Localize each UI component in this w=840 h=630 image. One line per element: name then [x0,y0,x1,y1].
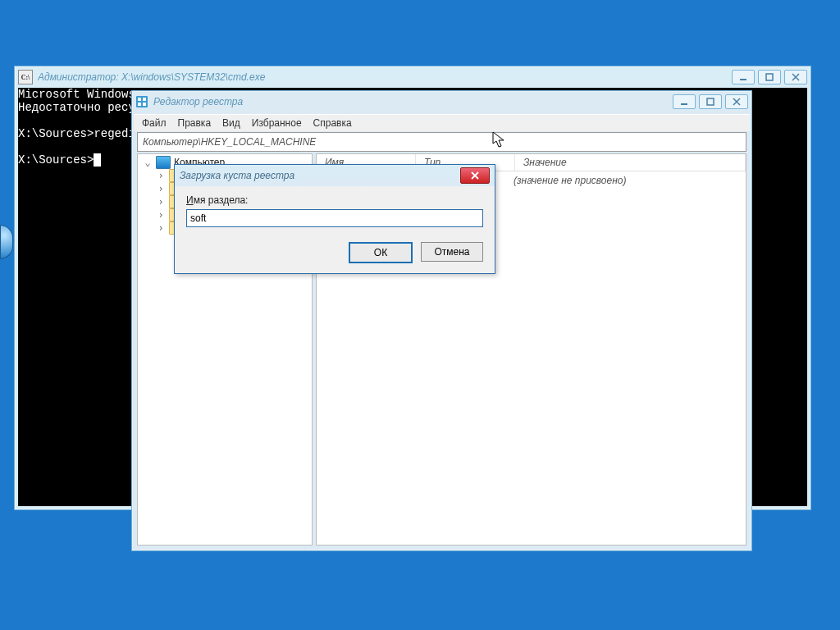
dialog-close-button[interactable] [460,167,490,184]
cmd-icon: C:\ [18,70,33,84]
menu-view[interactable]: Вид [222,117,240,129]
expand-icon[interactable]: › [156,222,166,234]
expand-icon[interactable]: › [156,170,166,181]
menu-favorites[interactable]: Избранное [252,117,302,129]
maximize-button[interactable] [758,70,781,84]
close-button[interactable] [725,94,748,109]
close-button[interactable] [784,70,807,84]
dialog-title: Загрузка куста реестра [180,170,460,181]
menu-file[interactable]: Файл [142,117,167,129]
svg-rect-1 [766,74,773,80]
regedit-address: Компьютер\HKEY_LOCAL_MACHINE [143,136,316,148]
cmd-titlebar[interactable]: C:\ Администратор: X:\windows\SYSTEM32\c… [15,66,810,88]
svg-rect-5 [138,103,141,106]
minimize-button[interactable] [673,94,696,109]
key-name-label: Имя раздела: [186,194,483,206]
menu-help[interactable]: Справка [313,117,352,129]
regedit-menubar: Файл Правка Вид Избранное Справка [134,114,750,131]
minimize-button[interactable] [732,70,755,84]
regedit-title: Редактор реестра [153,96,673,107]
regedit-address-bar[interactable]: Компьютер\HKEY_LOCAL_MACHINE [137,132,746,152]
svg-rect-3 [138,98,141,101]
expand-icon[interactable]: › [156,196,166,208]
menu-edit[interactable]: Правка [178,117,212,129]
svg-rect-6 [143,103,146,106]
start-orb-sliver[interactable] [0,225,13,259]
ok-button[interactable]: ОК [349,242,413,263]
cmd-title: Администратор: X:\windows\SYSTEM32\cmd.e… [38,71,732,83]
load-hive-dialog: Загрузка куста реестра Имя раздела: ОК О… [174,164,495,274]
svg-rect-8 [707,98,714,105]
svg-rect-4 [143,98,146,101]
cancel-button[interactable]: Отмена [421,242,483,262]
expand-icon[interactable]: › [156,209,166,221]
regedit-window: Редактор реестра Файл Правка Вид Избранн… [131,90,752,551]
dialog-titlebar[interactable]: Загрузка куста реестра [175,165,495,186]
collapse-icon[interactable]: ⌄ [143,157,153,168]
computer-icon [156,156,171,169]
regedit-titlebar[interactable]: Редактор реестра [132,91,751,112]
key-name-input[interactable] [186,209,483,227]
col-value[interactable]: Значение [515,154,746,171]
regedit-icon [135,95,148,108]
maximize-button[interactable] [699,94,722,109]
list-placeholder: (значение не присвоено) [514,175,737,186]
expand-icon[interactable]: › [156,183,166,194]
